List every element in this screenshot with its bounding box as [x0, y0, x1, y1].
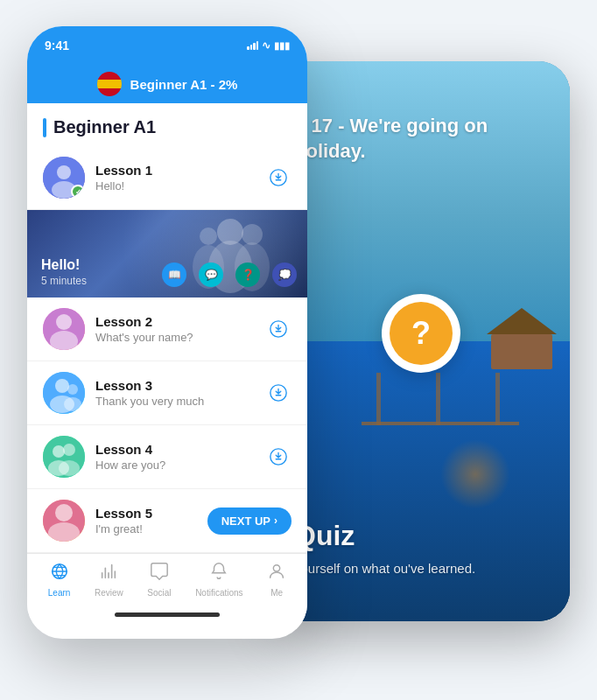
svg-point-11 [56, 314, 72, 330]
pier-post-2 [436, 373, 440, 425]
pier-post-3 [495, 373, 500, 425]
hut [487, 308, 557, 369]
bell-icon [209, 562, 228, 581]
lesson-2-name: Lesson 2 [95, 314, 255, 329]
flag-icon [97, 72, 122, 96]
review-chart-icon [99, 562, 118, 581]
lesson-4-avatar [43, 436, 85, 478]
lesson-3-name: Lesson 3 [95, 378, 255, 393]
svg-point-18 [64, 397, 81, 411]
svg-point-6 [200, 228, 217, 245]
scene: n 17 - We're going on holiday. ? Quiz yo… [27, 26, 570, 674]
lesson-3-subtitle: Thank you very much [95, 395, 255, 408]
svg-point-15 [55, 379, 69, 393]
quiz-title: Quiz [294, 520, 552, 552]
lesson-1-name: Lesson 1 [95, 163, 255, 178]
notifications-icon [209, 562, 228, 585]
lesson-item-1[interactable]: ✓ Lesson 1 Hello! [27, 146, 307, 210]
quiz-content: Quiz yourself on what ou've learned. [294, 520, 552, 578]
lesson-1-avatar: ✓ [43, 157, 85, 199]
lesson-2-info: Lesson 2 What's your name? [95, 314, 255, 344]
content-area: Beginner A1 ✓ Lesson 1 Hello! [27, 103, 307, 553]
back-card: n 17 - We're going on holiday. ? Quiz yo… [272, 61, 570, 621]
social-label: Social [147, 588, 171, 598]
pier-post-1 [376, 373, 381, 425]
profile-icon [267, 562, 286, 581]
lesson-3-info: Lesson 3 Thank you very much [95, 378, 255, 408]
learn-globe-icon [50, 562, 69, 581]
light-glow [440, 439, 510, 509]
review-icon [99, 562, 118, 585]
card-title: Hello! [41, 257, 293, 273]
lesson-text-label: n 17 - We're going on holiday. [294, 115, 488, 162]
download-icon-3 [269, 383, 288, 402]
svg-point-30 [274, 565, 280, 571]
lesson-item-3[interactable]: Lesson 3 Thank you very much [27, 361, 307, 425]
download-lesson-3-button[interactable] [265, 380, 291, 406]
svg-point-8 [242, 224, 263, 245]
quiz-icon-circle: ? [382, 294, 460, 373]
home-indicator [115, 612, 220, 617]
water-bg [298, 341, 570, 621]
hut-body [491, 334, 552, 369]
card-duration: 5 minutes [41, 275, 293, 287]
back-lesson-text: n 17 - We're going on holiday. [294, 114, 552, 164]
header-bar: Beginner A1 - 2% [27, 65, 307, 103]
lesson-4-name: Lesson 4 [95, 442, 255, 457]
lesson-1-subtitle: Hello! [95, 179, 255, 192]
status-bar: 9:41 ∿ ▮▮▮ [27, 26, 307, 65]
completed-badge: ✓ [71, 185, 85, 199]
svg-point-1 [57, 165, 71, 179]
signal-icon [247, 41, 258, 50]
back-card-background: n 17 - We're going on holiday. ? Quiz yo… [272, 61, 570, 621]
title-accent-bar [43, 118, 46, 137]
lesson-4-subtitle: How are you? [95, 458, 255, 472]
quiz-subtitle: yourself on what ou've learned. [294, 559, 552, 578]
lesson-card-bg: Hello! 5 minutes 📖 💬 ❓ 💭 [27, 210, 307, 298]
social-chat-icon [150, 562, 169, 581]
battery-icon: ▮▮▮ [274, 40, 290, 52]
phone: 9:41 ∿ ▮▮▮ Beginner A1 - 2% [27, 26, 307, 639]
notifications-label: Notifications [195, 588, 242, 598]
download-icon-1 [269, 168, 288, 187]
home-indicator-bar [27, 606, 307, 627]
lesson-item-4[interactable]: Lesson 4 How are you? [27, 425, 307, 489]
lesson-item-5[interactable]: Lesson 5 I'm great! NEXT UP › [27, 489, 307, 553]
learn-icon [50, 562, 69, 585]
nav-item-review[interactable]: Review [88, 562, 130, 598]
review-label: Review [95, 588, 123, 598]
avatar-5-image [43, 500, 85, 542]
section-header: Beginner A1 [27, 103, 307, 146]
next-up-label: NEXT UP [221, 514, 270, 528]
svg-point-24 [59, 460, 80, 476]
download-lesson-2-button[interactable] [265, 316, 291, 342]
lesson-5-avatar [43, 500, 85, 542]
lesson-5-subtitle: I'm great! [95, 522, 197, 536]
lesson-4-info: Lesson 4 How are you? [95, 442, 255, 472]
section-title-text: Beginner A1 [53, 117, 156, 137]
lesson-1-expanded-card[interactable]: Hello! 5 minutes 📖 💬 ❓ 💭 [27, 210, 307, 298]
avatar-2-image [43, 308, 85, 350]
nav-item-me[interactable]: Me [260, 562, 293, 598]
lesson-2-avatar [43, 308, 85, 350]
bottom-navigation: Learn Review Social [27, 553, 307, 606]
download-lesson-4-button[interactable] [265, 444, 291, 470]
download-lesson-1-button[interactable] [265, 164, 291, 191]
lesson-item-2[interactable]: Lesson 2 What's your name? [27, 298, 307, 361]
flag-bottom [97, 88, 122, 96]
download-icon-2 [269, 319, 288, 339]
svg-point-17 [67, 384, 78, 395]
status-time: 9:41 [45, 38, 69, 52]
me-label: Me [270, 588, 283, 598]
nav-item-learn[interactable]: Learn [41, 562, 78, 598]
lesson-1-info: Lesson 1 Hello! [95, 163, 255, 192]
header-title: Beginner A1 - 2% [130, 77, 238, 92]
lesson-5-name: Lesson 5 [95, 506, 197, 521]
lesson-2-subtitle: What's your name? [95, 331, 255, 344]
next-up-button[interactable]: NEXT UP › [207, 508, 291, 535]
card-text-area: Hello! 5 minutes [41, 257, 293, 287]
status-icons: ∿ ▮▮▮ [247, 39, 290, 52]
nav-item-notifications[interactable]: Notifications [188, 562, 249, 598]
wifi-icon: ∿ [262, 39, 270, 52]
nav-item-social[interactable]: Social [140, 562, 178, 598]
